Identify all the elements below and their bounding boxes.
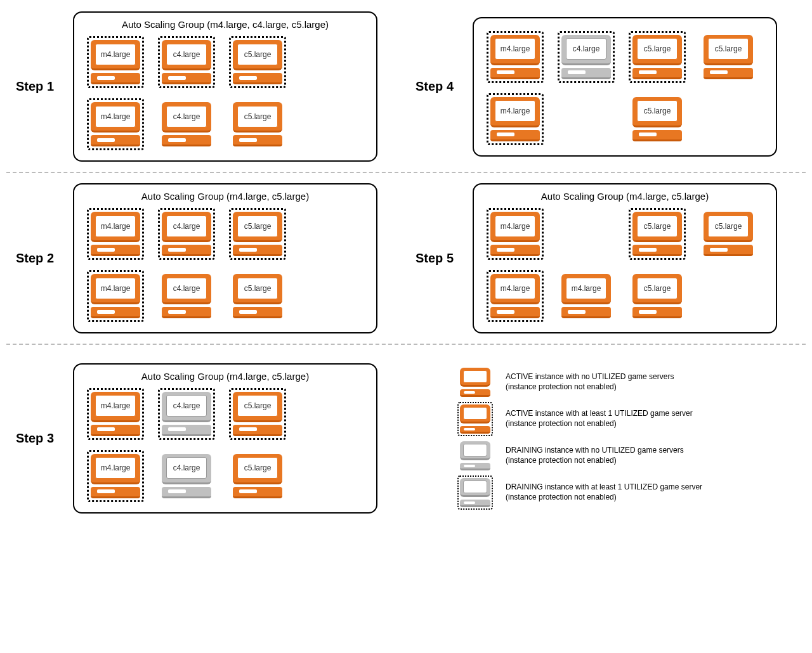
instance: m4.large (483, 91, 547, 148)
monitor-icon: c4.large (162, 40, 211, 70)
instance-label: c5.large (237, 395, 278, 417)
instance-label: c5.large (237, 44, 278, 65)
legend: ACTIVE instance with no UTILIZED game se… (406, 350, 806, 526)
step-3: Step 3 Auto Scaling Group (m4.large, c5.… (6, 350, 406, 526)
monitor-icon: c5.large (632, 274, 682, 304)
instance: m4.large (483, 268, 547, 325)
monitor-icon: m4.large (490, 97, 540, 127)
instance (554, 91, 618, 148)
monitor-icon: m4.large (91, 392, 140, 422)
base-icon (91, 425, 140, 436)
base-icon (704, 68, 753, 79)
step-label: Step 3 (16, 431, 73, 446)
instance: m4.large (84, 96, 147, 153)
monitor-icon: m4.large (490, 35, 540, 65)
instance-grid: m4.largec4.largec5.largem4.largec4.large… (84, 34, 367, 153)
monitor-icon: c5.large (632, 212, 682, 242)
instance-label: m4.large (95, 216, 136, 237)
base-icon (704, 245, 753, 256)
instance (297, 385, 360, 443)
legend-row: DRAINING instance with no UTILIZED game … (460, 441, 702, 470)
instance-grid: m4.largec4.largec5.largem4.largec4.large… (84, 385, 367, 505)
asg-box: Auto Scaling Group (m4.large, c5.large) … (73, 363, 377, 514)
step-1: Step 1 Auto Scaling Group (m4.large, c4.… (6, 6, 406, 167)
instance-label: c5.large (637, 278, 678, 299)
instance-label: c4.large (166, 395, 207, 417)
monitor-icon: m4.large (561, 274, 611, 304)
asg-box: Auto Scaling Group (m4.large, c5.large) … (473, 183, 777, 333)
divider (6, 172, 806, 173)
instance: c4.large (155, 96, 218, 153)
instance-label: c5.large (237, 278, 278, 299)
legend-text: ACTIVE instance with no UTILIZED game se… (506, 372, 674, 392)
instance-label: m4.large (495, 100, 535, 122)
base-icon (490, 307, 540, 318)
monitor-icon: c5.large (704, 35, 753, 65)
instance-grid: m4.largec4.largec5.largem4.largec4.large… (84, 205, 367, 325)
base-icon (91, 135, 140, 146)
monitor-icon: c5.large (632, 97, 682, 127)
legend-icon (460, 368, 495, 397)
asg-title: Auto Scaling Group (m4.large, c4.large, … (84, 18, 367, 34)
monitor-icon: c5.large (233, 274, 282, 304)
asg-title (483, 23, 766, 29)
monitor-icon: m4.large (91, 40, 140, 70)
instance: m4.large (84, 268, 147, 325)
monitor-icon: m4.large (91, 212, 140, 242)
instance: c5.large (625, 91, 689, 148)
monitor-icon: c5.large (233, 392, 282, 422)
monitor-icon: c4.large (162, 274, 211, 304)
instance-label: m4.large (95, 278, 136, 299)
monitor-icon: m4.large (91, 102, 140, 133)
legend-icon (460, 478, 495, 507)
monitor-icon: m4.large (490, 274, 540, 304)
monitor-icon: c4.large (162, 102, 211, 133)
base-icon (490, 68, 540, 79)
legend-text: DRAINING instance with no UTILIZED game … (506, 446, 684, 465)
instance: c5.large (226, 34, 289, 91)
monitor-icon: m4.large (91, 274, 140, 304)
instance-label: c5.large (637, 216, 678, 237)
monitor-icon: c5.large (233, 102, 282, 133)
instance: m4.large (84, 385, 147, 443)
instance: c4.large (155, 34, 218, 91)
instance-grid: m4.largec4.largec5.largec5.largem4.large… (483, 29, 766, 148)
monitor-icon: c4.large (162, 454, 211, 484)
base-icon (632, 307, 682, 318)
monitor-icon: c4.large (561, 35, 611, 65)
instance (554, 205, 618, 262)
instance: c5.large (226, 205, 289, 262)
instance-label: c4.large (566, 38, 606, 60)
instance: m4.large (84, 448, 147, 505)
instance: c4.large (155, 205, 218, 262)
step-label: Step 4 (416, 79, 473, 94)
instance-label: m4.large (495, 216, 535, 237)
instance: c5.large (625, 268, 689, 325)
legend-icon (460, 441, 495, 470)
asg-title: Auto Scaling Group (m4.large, c5.large) (84, 370, 367, 385)
base-icon (162, 487, 211, 498)
monitor-icon: m4.large (490, 212, 540, 242)
base-icon (162, 307, 211, 318)
base-icon (561, 68, 611, 79)
asg-title: Auto Scaling Group (m4.large, c5.large) (483, 190, 766, 205)
step-4: Step 4 m4.largec4.largec5.largec5.largem… (406, 6, 806, 167)
instance-label: c5.large (637, 38, 678, 60)
monitor-icon: c5.large (233, 454, 282, 484)
asg-box: m4.largec4.largec5.largec5.largem4.large… (473, 17, 777, 157)
instance-label: m4.large (95, 395, 136, 417)
base-icon (91, 307, 140, 318)
instance-label: c4.large (166, 216, 207, 237)
instance (697, 91, 760, 148)
instance: c5.large (226, 385, 289, 443)
instance (297, 448, 360, 505)
instance: c5.large (697, 205, 760, 262)
instance: c5.large (625, 205, 689, 262)
instance: m4.large (483, 205, 547, 262)
asg-box: Auto Scaling Group (m4.large, c5.large) … (73, 183, 377, 333)
instance: m4.large (84, 205, 147, 262)
monitor-icon: c5.large (233, 40, 282, 70)
instance-label: c5.large (237, 216, 278, 237)
step-5: Step 5 Auto Scaling Group (m4.large, c5.… (406, 178, 806, 339)
monitor-icon: c5.large (233, 212, 282, 242)
